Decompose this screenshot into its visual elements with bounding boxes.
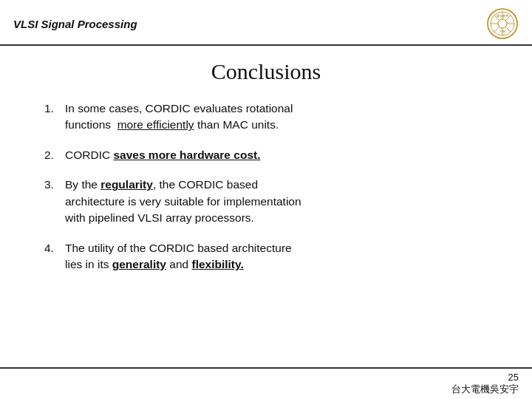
list-item: 4. The utility of the CORDIC based archi… [44,240,488,273]
bottom-bar: 25 台大電機吳安宇 [0,369,532,399]
main-content: Conclusions 1. In some cases, CORDIC eva… [0,46,532,294]
list-item: 1. In some cases, CORDIC evaluates rotat… [44,100,488,134]
item-number-1: 1. [44,100,65,117]
header: VLSI Signal Processing 國立臺灣 大學 [0,0,532,44]
header-title: VLSI Signal Processing [13,18,137,30]
emphasis-more-efficiently: more efficiently [117,118,194,131]
institution: 台大電機吳安宇 [451,383,519,396]
list-item: 2. CORDIC saves more hardware cost. [44,147,488,163]
page-info: 25 台大電機吳安宇 [451,372,519,396]
item-text-4: The utility of the CORDIC based architec… [65,240,488,273]
page-number: 25 [451,372,519,383]
svg-line-10 [494,27,499,32]
emphasis-flexibility: flexibility. [191,258,243,270]
item-text-2: CORDIC saves more hardware cost. [65,147,488,163]
university-logo: 國立臺灣 大學 [486,7,519,40]
emphasis-generality: generality [112,258,166,270]
emphasis-saves-hardware: saves more hardware cost. [113,149,260,161]
svg-line-8 [505,27,511,32]
item-number-2: 2. [44,147,65,163]
svg-text:大學: 大學 [499,30,505,33]
list-item: 3. By the regularity, the CORDIC based a… [44,177,488,226]
slide-title: Conclusions [44,59,488,84]
item-text-1: In some cases, CORDIC evaluates rotation… [65,100,488,134]
item-text-3: By the regularity, the CORDIC based arch… [65,177,488,226]
emphasis-regularity: regularity [100,178,153,191]
item-number-3: 3. [44,177,65,193]
conclusions-list: 1. In some cases, CORDIC evaluates rotat… [44,100,488,273]
item-number-4: 4. [44,240,65,256]
svg-text:國立臺灣: 國立臺灣 [497,14,508,18]
bottom-section: 25 台大電機吳安宇 [0,367,532,399]
